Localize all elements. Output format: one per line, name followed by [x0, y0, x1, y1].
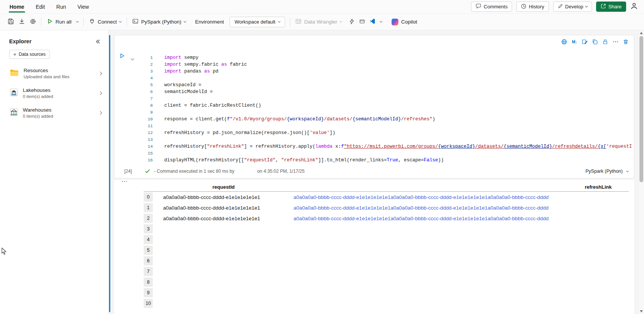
- code-line[interactable]: 12refreshHistory = pd.json_normalize(res…: [114, 129, 632, 136]
- collapse-sidebar-icon[interactable]: [95, 39, 101, 44]
- run-all-dropdown[interactable]: [74, 19, 81, 25]
- settings-button[interactable]: [27, 16, 38, 28]
- refresh-link-cell[interactable]: a0a0a0a0-bbbb-cccc-dddd-e1e1e1e1e1e1a0a0…: [288, 216, 629, 221]
- lock-cell-icon[interactable]: [601, 38, 609, 46]
- line-number: 4: [114, 75, 164, 82]
- cell-output: ··· requestId refreshLink 0a0a0a0a0-bbbb…: [114, 180, 634, 314]
- snippets-button[interactable]: [347, 16, 357, 28]
- code-area[interactable]: 1import sempy2import sempy.fabric as fab…: [114, 54, 632, 164]
- globe-icon[interactable]: [560, 38, 568, 46]
- open-in-vscode-button[interactable]: [367, 16, 378, 28]
- run-all-button[interactable]: Run all: [44, 16, 74, 28]
- develop-label: Develop: [565, 4, 584, 9]
- develop-button[interactable]: Develop: [553, 2, 592, 12]
- share-icon: [601, 3, 606, 10]
- line-number: 11: [114, 123, 164, 129]
- convert-to-markdown-icon[interactable]: M↓: [570, 38, 579, 46]
- history-button[interactable]: History: [516, 2, 549, 12]
- scrollbar-thumb[interactable]: [639, 36, 643, 182]
- tab-run[interactable]: Run: [51, 0, 72, 13]
- sidebar-item-lakehouses[interactable]: Lakehouses 0 item(s) added: [0, 83, 108, 103]
- line-number: 3: [114, 68, 164, 75]
- code-line[interactable]: 9: [114, 109, 632, 116]
- scroll-down-arrow-icon[interactable]: [640, 310, 643, 312]
- table-row: 9: [144, 287, 629, 298]
- output-table-body: 0a0a0a0a0-bbbb-cccc-dddd-e1e1e1e1e1e1a0a…: [144, 192, 629, 309]
- line-number: 7: [114, 95, 164, 102]
- output-options-dots[interactable]: ···: [122, 178, 128, 184]
- request-id-column-header: requestId: [159, 184, 288, 190]
- code-line[interactable]: 2import sempy.fabric as fabric: [114, 61, 632, 68]
- output-table: requestId refreshLink 0a0a0a0a0-bbbb-ccc…: [144, 182, 629, 309]
- kernel-selector[interactable]: PySpark (Python): [585, 169, 628, 174]
- comment-icon: [476, 3, 481, 10]
- add-data-sources-button[interactable]: + Data sources: [9, 50, 50, 59]
- language-selector[interactable]: PySpark (Python): [130, 16, 189, 28]
- code-line[interactable]: 14refreshHistory["refreshLink"] = refres…: [114, 143, 632, 150]
- export-button[interactable]: [16, 16, 27, 28]
- copilot-icon: [392, 19, 398, 25]
- environment-button[interactable]: Environment: [192, 17, 227, 27]
- data-wrangler-label: Data Wrangler: [304, 19, 337, 25]
- lakehouse-icon: [10, 88, 18, 98]
- copy-cell-icon[interactable]: [591, 38, 599, 46]
- comments-button[interactable]: Comments: [471, 2, 512, 12]
- gear-icon: [30, 18, 36, 26]
- edit-cell-icon[interactable]: [581, 38, 589, 46]
- save-button[interactable]: [5, 16, 16, 28]
- toolbar-divider: [83, 17, 84, 27]
- delete-cell-icon[interactable]: [622, 38, 630, 46]
- connect-button[interactable]: Connect: [86, 16, 124, 28]
- row-index: 9: [144, 288, 153, 297]
- vscode-dropdown[interactable]: [378, 19, 384, 25]
- row-index: 4: [144, 235, 153, 244]
- more-options-icon[interactable]: [611, 38, 620, 46]
- tab-edit[interactable]: Edit: [30, 0, 51, 13]
- row-index: 3: [144, 224, 153, 234]
- code-line[interactable]: 16displayHTML(refreshHistory[["requestId…: [114, 157, 632, 164]
- chevron-down-icon: [339, 20, 342, 23]
- vertical-scrollbar[interactable]: [638, 30, 644, 314]
- toolbar-divider: [41, 17, 41, 27]
- sidebar-item-warehouses[interactable]: Warehouses 0 item(s) added: [0, 103, 108, 123]
- copilot-button[interactable]: Copilot: [389, 16, 420, 28]
- table-row: 2a0a0a0a0-bbbb-cccc-dddd-e1e1e1e1e1e1a0a…: [144, 213, 629, 224]
- workspace-default-dropdown[interactable]: Workspace default: [230, 17, 285, 27]
- line-number: 1: [114, 54, 164, 61]
- code-line[interactable]: 3import pandas as pd: [114, 68, 632, 75]
- code-line[interactable]: 4: [114, 75, 632, 82]
- code-line[interactable]: 6semanticModelId =: [114, 88, 632, 95]
- tab-home[interactable]: Home: [4, 0, 30, 13]
- sidebar-item-resources[interactable]: Resources Uploaded data and files: [0, 63, 108, 83]
- data-sources-label: Data sources: [19, 52, 46, 57]
- code-line[interactable]: 11: [114, 123, 632, 129]
- active-cell-indicator: [109, 35, 110, 312]
- warehouses-label: Warehouses: [23, 107, 94, 113]
- code-line[interactable]: 13: [114, 136, 632, 143]
- chevron-right-icon: [98, 71, 102, 75]
- run-all-play-icon: [47, 18, 53, 25]
- table-row: 8: [144, 277, 629, 287]
- success-check-icon: [145, 169, 150, 174]
- frame-button[interactable]: [357, 16, 367, 28]
- code-line[interactable]: 15: [114, 150, 632, 157]
- code-line[interactable]: 8client = fabric.FabricRestClient(): [114, 102, 632, 109]
- tab-view[interactable]: View: [72, 0, 95, 13]
- chevron-right-icon: [98, 91, 102, 95]
- chevron-down-icon: [278, 20, 281, 23]
- refresh-link-cell[interactable]: a0a0a0a0-bbbb-cccc-dddd-e1e1e1e1e1e1a0a0…: [288, 194, 629, 200]
- chevron-down-icon: [626, 169, 629, 172]
- plus-icon: +: [13, 52, 16, 57]
- refresh-link-cell[interactable]: a0a0a0a0-bbbb-cccc-dddd-e1e1e1e1e1e1a0a0…: [288, 205, 629, 211]
- code-line[interactable]: 5workspaceId =: [114, 82, 632, 88]
- share-button[interactable]: Share: [596, 2, 626, 12]
- account-person-icon[interactable]: [630, 2, 638, 11]
- code-line[interactable]: 7: [114, 95, 632, 102]
- line-number: 2: [114, 61, 164, 68]
- vscode-icon: [370, 18, 376, 25]
- code-line[interactable]: 1import sempy: [114, 54, 632, 61]
- scroll-up-arrow-icon[interactable]: [640, 32, 643, 34]
- cell-status-bar: [24] - Command executed in 1 sec 80 ms b…: [114, 164, 634, 178]
- code-line[interactable]: 10response = client.get(f"/v1.0/myorg/gr…: [114, 116, 632, 123]
- execution-timestamp: on 4:35:02 PM, 1/17/25: [257, 169, 305, 174]
